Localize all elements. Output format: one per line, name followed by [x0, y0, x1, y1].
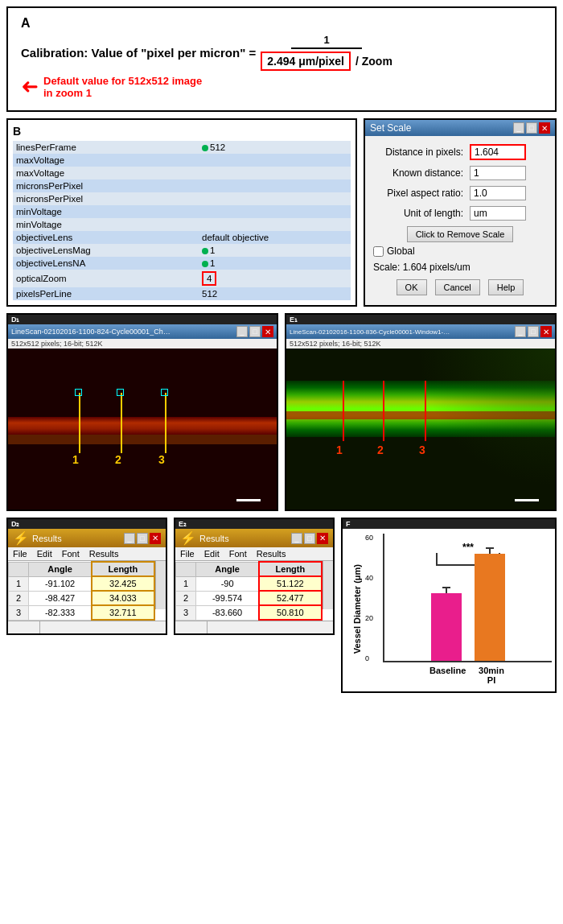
e2-menu-edit[interactable]: Edit [199, 547, 224, 560]
d1-maximize[interactable]: □ [249, 326, 261, 337]
bc-row: B linesPerFrame512maxVoltagemaxVoltagemi… [6, 118, 557, 307]
x-label-30min: 30min PI [476, 666, 507, 685]
known-input[interactable] [470, 166, 526, 180]
e1-image: 1 2 3 [286, 349, 555, 509]
e1-win-controls[interactable]: _ □ ✕ [515, 326, 552, 337]
green-dot-0 [202, 145, 208, 151]
e2-maximize[interactable]: □ [304, 533, 315, 544]
d2-menu-file[interactable]: File [8, 547, 32, 560]
measure-label-1: 1 [72, 453, 79, 466]
win-controls[interactable]: _ □ ✕ [513, 122, 550, 134]
unit-row: Unit of length: [373, 206, 547, 221]
d2-menu: File Edit Font Results [8, 547, 166, 561]
e2-col-angle: Angle [196, 562, 259, 576]
e1-minimize[interactable]: _ [515, 326, 526, 337]
d1-title: LineScan-02102016-1100-824-Cycle00001_Ch… [11, 328, 172, 336]
d2-close[interactable]: ✕ [150, 533, 161, 544]
d2-row-2-length: 32.711 [92, 605, 154, 620]
d2-maximize[interactable]: □ [137, 533, 148, 544]
ok-cancel-row: OK Cancel Help [373, 279, 547, 300]
e2-win-controls[interactable]: _ □ ✕ [291, 533, 328, 544]
d2-row-2-angle: -82.333 [29, 605, 92, 620]
d2-menu-font[interactable]: Font [57, 547, 84, 560]
remove-scale-btn[interactable]: Click to Remove Scale [407, 226, 514, 242]
ok-btn[interactable]: OK [397, 279, 427, 295]
param-name-2: maxVoltage [13, 167, 199, 179]
d2-minimize[interactable]: _ [124, 533, 135, 544]
d2-scrollbar[interactable] [155, 561, 166, 609]
measure-label-2: 2 [115, 453, 121, 466]
section-d2: D₂ ⚡ Results _ □ ✕ File Edit Font Result… [6, 518, 167, 635]
param-name-5: minVoltage [13, 205, 199, 218]
d2-titlebar: ⚡ Results _ □ ✕ [8, 529, 166, 547]
cyan-sq-3a [161, 389, 168, 396]
y-axis-label-container: Vessel Diameter (μm) [349, 534, 365, 685]
d2-section-label: D₂ [8, 519, 166, 529]
measure-line-1 [79, 393, 80, 453]
e2-minimize[interactable]: _ [291, 533, 302, 544]
help-btn[interactable]: Help [488, 279, 524, 295]
e1-section-label: E₁ [286, 315, 555, 324]
e2-close[interactable]: ✕ [317, 533, 328, 544]
green-dot-9 [202, 261, 208, 267]
e1-maximize[interactable]: □ [528, 326, 539, 337]
param-name-10: opticalZoom [13, 270, 199, 287]
e2-menu-file[interactable]: File [175, 547, 199, 560]
minimize-btn[interactable]: _ [513, 122, 524, 134]
aspect-input[interactable] [470, 186, 526, 200]
y-labels: 0 20 40 60 [365, 534, 383, 662]
fraction-numerator: 1 [291, 34, 361, 49]
vessel-band2 [8, 435, 277, 444]
param-value-9: 1 [199, 257, 351, 270]
distance-input[interactable] [470, 144, 526, 160]
set-scale-title: Set Scale [370, 122, 411, 134]
e2-titlebar: ⚡ Results _ □ ✕ [175, 529, 333, 547]
d1-titlebar: LineScan-02102016-1100-824-Cycle00001_Ch… [8, 324, 277, 339]
scale-bar-e1 [515, 499, 539, 501]
d2-menu-edit[interactable]: Edit [32, 547, 57, 560]
e2-scrollbar[interactable] [323, 561, 333, 609]
e1-close[interactable]: ✕ [540, 326, 552, 337]
sig-bracket: *** [392, 542, 544, 566]
param-name-1: maxVoltage [13, 154, 199, 167]
fraction: 1 2.494 μm/pixel / Zoom [261, 34, 392, 71]
known-label: Known distance: [373, 167, 470, 179]
bar-baseline-fill [431, 593, 462, 661]
maximize-btn[interactable]: □ [526, 122, 537, 134]
e2-col-length: Length [259, 562, 322, 576]
section-b-label: B [13, 125, 351, 138]
d2-col-length: Length [92, 562, 154, 576]
d1-win-controls[interactable]: _ □ ✕ [236, 326, 273, 337]
unit-input[interactable] [470, 206, 526, 221]
e2-menu-results[interactable]: Results [252, 547, 291, 560]
d2-win-controls[interactable]: _ □ ✕ [124, 533, 161, 544]
x-axis-line [383, 661, 552, 662]
e2-title: Results [199, 534, 229, 543]
e2-row-1-length: 52.477 [259, 591, 322, 605]
e1-image-area: 1 2 3 [286, 349, 555, 509]
d2-menu-results[interactable]: Results [84, 547, 124, 560]
global-checkbox[interactable] [373, 246, 384, 257]
set-scale-titlebar: Set Scale _ □ ✕ [365, 120, 555, 136]
e2-menu-font[interactable]: Font [224, 547, 252, 560]
e2-row-2-angle: -83.660 [196, 605, 259, 620]
arrow-row: ➜ Default value for 512x512 image in zoo… [21, 74, 542, 99]
unit-label: Unit of length: [373, 208, 470, 219]
cancel-btn[interactable]: Cancel [435, 279, 480, 295]
section-a: A Calibration: Value of "pixel per micro… [6, 6, 557, 112]
default-label: Default value for 512x512 image in zoom … [43, 75, 202, 99]
d2-bottom [8, 621, 166, 633]
measure-label-3: 3 [158, 453, 165, 466]
param-value-4 [199, 192, 351, 205]
y-tick-60: 60 [365, 534, 383, 542]
param-value-7: default objective [199, 231, 351, 244]
e1-titlebar: LineScan-02102016-1100-836-Cycle00001-Wi… [286, 324, 555, 339]
d1-minimize[interactable]: _ [236, 326, 248, 337]
chart-plot: 0 20 40 60 *** [365, 534, 552, 662]
d1-close[interactable]: ✕ [262, 326, 273, 337]
param-name-6: minVoltage [13, 218, 199, 231]
close-btn[interactable]: ✕ [539, 122, 550, 134]
e1-title: LineScan-02102016-1100-836-Cycle00001-Wi… [290, 328, 450, 336]
global-label: Global [387, 245, 415, 257]
green-dot-8 [202, 248, 208, 254]
